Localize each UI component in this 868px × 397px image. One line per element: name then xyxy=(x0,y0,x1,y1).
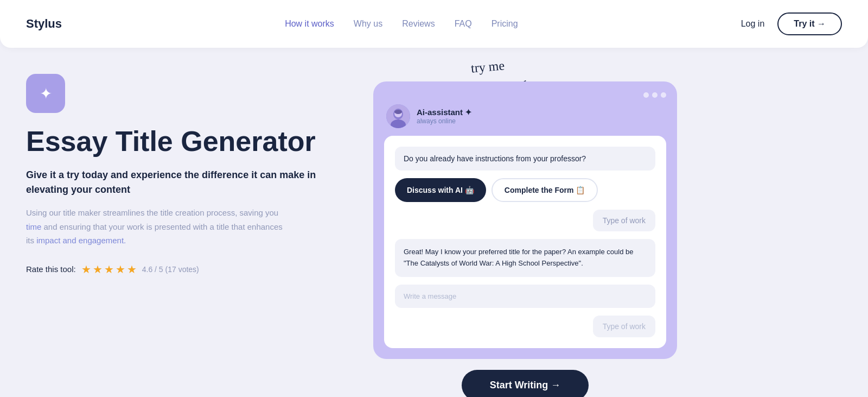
discuss-ai-button[interactable]: Discuss with AI 🤖 xyxy=(395,178,486,202)
page-title: Essay Title Generator xyxy=(26,126,352,157)
try-me-label: try me xyxy=(470,58,505,75)
chat-action-buttons: Discuss with AI 🤖 Complete the Form 📋 xyxy=(395,178,655,202)
agent-info: Ai-assistant ✦ always online xyxy=(417,108,472,125)
sparkle-icon: ✦ xyxy=(40,85,52,103)
start-writing-row: Start Writing → xyxy=(373,370,677,397)
main-content: ✦ Essay Title Generator Give it a try to… xyxy=(0,48,868,397)
nav-links: How it works Why us Reviews FAQ Pricing xyxy=(285,19,518,29)
type-of-work-bottom: Type of work xyxy=(593,316,655,337)
nav-faq[interactable]: FAQ xyxy=(455,19,472,28)
agent-name: Ai-assistant ✦ xyxy=(417,108,472,117)
rating-value: 4.6 / 5 (17 votes) xyxy=(142,265,199,274)
avatar xyxy=(386,104,410,128)
logo: Stylus xyxy=(26,17,62,30)
agent-status: always online xyxy=(417,117,472,125)
nav-how-it-works[interactable]: How it works xyxy=(285,19,334,28)
ai-response: Great! May I know your preferred title f… xyxy=(395,239,655,277)
star-1: ★ xyxy=(81,263,91,276)
rating-label: Rate this tool: xyxy=(26,264,76,274)
hero-subtitle: Give it a try today and experience the d… xyxy=(26,168,352,197)
chat-widget: Ai-assistant ✦ always online Do you alre… xyxy=(373,81,677,359)
stars: ★ ★ ★ ★ ★ xyxy=(81,263,137,276)
nav-reviews[interactable]: Reviews xyxy=(402,19,435,28)
start-writing-button[interactable]: Start Writing → xyxy=(462,370,589,397)
hero-description: Using our title maker streamlines the ti… xyxy=(26,206,286,248)
star-3: ★ xyxy=(104,263,114,276)
star-4: ★ xyxy=(116,263,125,276)
type-of-work-top: Type of work xyxy=(593,210,655,231)
complete-form-button[interactable]: Complete the Form 📋 xyxy=(492,178,598,202)
navbar: Stylus How it works Why us Reviews FAQ P… xyxy=(0,0,868,48)
nav-pricing[interactable]: Pricing xyxy=(492,19,518,28)
rating-row: Rate this tool: ★ ★ ★ ★ ★ 4.6 / 5 (17 vo… xyxy=(26,263,352,276)
star-5: ★ xyxy=(127,263,137,276)
chat-message-input[interactable]: Write a message xyxy=(395,285,655,308)
chat-body: Do you already have instructions from yo… xyxy=(384,136,666,348)
widget-dots xyxy=(384,92,666,98)
star-2: ★ xyxy=(93,263,103,276)
nav-right: Log in Try it → xyxy=(741,12,842,35)
try-button[interactable]: Try it → xyxy=(777,12,842,35)
agent-header: Ai-assistant ✦ always online xyxy=(384,104,666,128)
chat-question: Do you already have instructions from yo… xyxy=(395,147,655,171)
dot-3 xyxy=(661,92,666,98)
dot-2 xyxy=(652,92,658,98)
ai-icon-box: ✦ xyxy=(26,74,65,113)
nav-why-us[interactable]: Why us xyxy=(354,19,382,28)
svg-point-4 xyxy=(394,110,402,114)
dot-1 xyxy=(643,92,649,98)
login-button[interactable]: Log in xyxy=(741,19,765,29)
left-panel: ✦ Essay Title Generator Give it a try to… xyxy=(26,65,352,276)
right-panel: try me ↙ xyxy=(373,65,677,397)
